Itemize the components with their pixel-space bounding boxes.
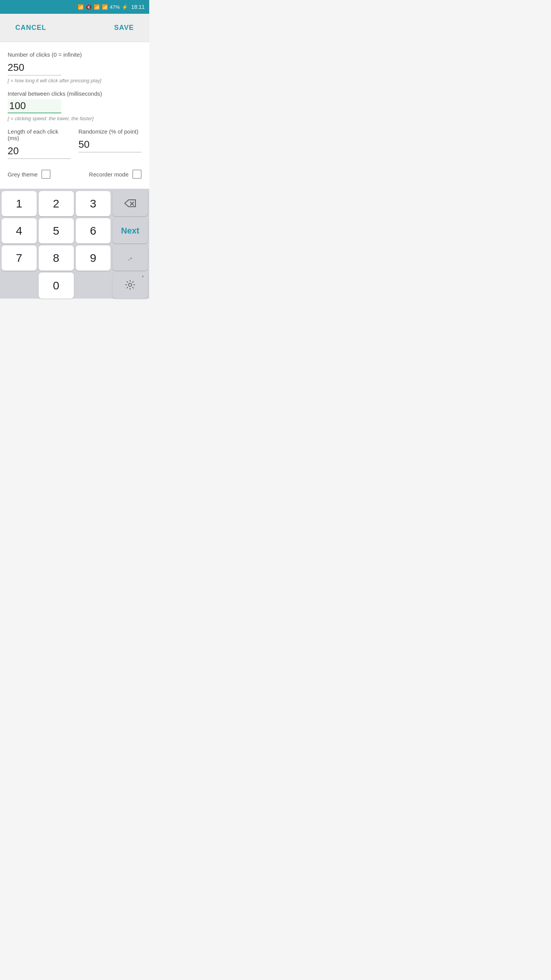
key-9[interactable]: 9 xyxy=(76,245,111,271)
signal-icon: 📶 xyxy=(102,4,108,10)
randomize-label: Randomize (% of point) xyxy=(78,128,142,135)
recorder-mode-label: Recorder mode xyxy=(89,171,129,178)
randomize-col: Randomize (% of point) xyxy=(78,128,142,159)
key-5[interactable]: 5 xyxy=(39,218,74,243)
battery-label: 47% xyxy=(110,4,120,10)
key-settings[interactable]: ● xyxy=(112,273,148,299)
grey-theme-label: Grey theme xyxy=(8,171,37,178)
key-backspace[interactable] xyxy=(112,191,148,216)
key-3[interactable]: 3 xyxy=(76,191,111,216)
action-bar: CANCEL SAVE xyxy=(0,14,149,42)
cancel-button[interactable]: CANCEL xyxy=(15,21,46,35)
keyboard-row-4: 0 ● xyxy=(2,273,148,299)
status-bar: 📶 🔇 📶 📶 47% ⚡ 18:11 xyxy=(0,0,149,14)
recorder-mode-checkbox[interactable] xyxy=(132,170,142,179)
length-input[interactable] xyxy=(8,144,71,159)
keyboard: 1 2 3 4 5 6 Next 7 8 9 .- 0 xyxy=(0,189,149,299)
status-icons: 📶 🔇 📶 📶 47% ⚡ 18:11 xyxy=(78,4,145,10)
key-8[interactable]: 8 xyxy=(39,245,74,271)
key-empty-right xyxy=(76,273,111,299)
key-2[interactable]: 2 xyxy=(39,191,74,216)
interval-label: Interval between clicks (milliseconds) xyxy=(8,90,142,97)
key-empty-left xyxy=(2,273,37,299)
bluetooth-icon: 📶 xyxy=(78,4,84,10)
clicks-field-group: Number of clicks (0 = infinite) [ = how … xyxy=(8,51,142,83)
interval-field-group: Interval between clicks (milliseconds) [… xyxy=(8,90,142,121)
clicks-label: Number of clicks (0 = infinite) xyxy=(8,51,142,58)
grey-theme-item: Grey theme xyxy=(8,170,51,179)
svg-point-2 xyxy=(129,283,132,286)
checkbox-row: Grey theme Recorder mode xyxy=(8,166,142,183)
key-next[interactable]: Next xyxy=(112,218,148,243)
clicks-input[interactable] xyxy=(8,60,61,75)
key-7[interactable]: 7 xyxy=(2,245,37,271)
key-0[interactable]: 0 xyxy=(39,273,74,299)
mute-icon: 🔇 xyxy=(86,4,92,10)
key-1[interactable]: 1 xyxy=(2,191,37,216)
recorder-mode-item: Recorder mode xyxy=(89,170,142,179)
keyboard-row-2: 4 5 6 Next xyxy=(2,218,148,243)
length-col: Length of each click (ms) xyxy=(8,128,71,159)
key-6[interactable]: 6 xyxy=(76,218,111,243)
wifi-icon: 📶 xyxy=(94,4,100,10)
keyboard-row-3: 7 8 9 .- xyxy=(2,245,148,271)
save-button[interactable]: SAVE xyxy=(114,21,134,35)
grey-theme-checkbox[interactable] xyxy=(41,170,51,179)
battery-icon: ⚡ xyxy=(122,4,128,10)
key-4[interactable]: 4 xyxy=(2,218,37,243)
length-label: Length of each click (ms) xyxy=(8,128,71,141)
keyboard-row-1: 1 2 3 xyxy=(2,191,148,216)
two-col-row: Length of each click (ms) Randomize (% o… xyxy=(8,128,142,159)
clock: 18:11 xyxy=(131,4,145,10)
form-area: Number of clicks (0 = infinite) [ = how … xyxy=(0,42,149,189)
clicks-hint: [ = how long it will click after pressin… xyxy=(8,78,142,83)
interval-hint: [ = clicking speed: the lower, the faste… xyxy=(8,116,142,121)
key-dot-dash[interactable]: .- xyxy=(112,245,148,271)
randomize-input[interactable] xyxy=(78,137,142,152)
interval-input[interactable] xyxy=(8,99,61,113)
